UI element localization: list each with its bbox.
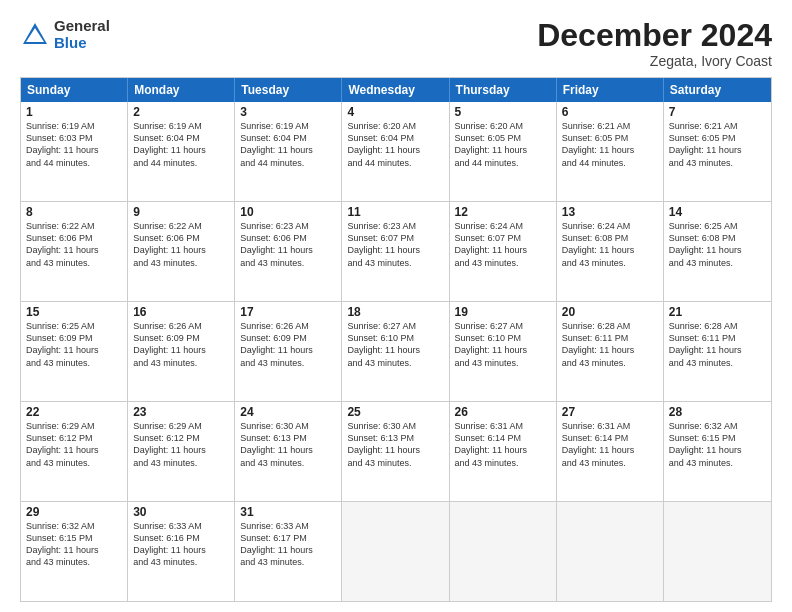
calendar-header-saturday: Saturday (664, 78, 771, 102)
calendar-cell-r2c6: 21Sunrise: 6:28 AM Sunset: 6:11 PM Dayli… (664, 302, 771, 401)
calendar-header-sunday: Sunday (21, 78, 128, 102)
day-number: 21 (669, 305, 766, 319)
day-info: Sunrise: 6:26 AM Sunset: 6:09 PM Dayligh… (133, 320, 229, 369)
calendar-cell-r4c0: 29Sunrise: 6:32 AM Sunset: 6:15 PM Dayli… (21, 502, 128, 601)
calendar-row-3: 22Sunrise: 6:29 AM Sunset: 6:12 PM Dayli… (21, 401, 771, 501)
day-info: Sunrise: 6:26 AM Sunset: 6:09 PM Dayligh… (240, 320, 336, 369)
calendar-cell-r3c5: 27Sunrise: 6:31 AM Sunset: 6:14 PM Dayli… (557, 402, 664, 501)
day-info: Sunrise: 6:31 AM Sunset: 6:14 PM Dayligh… (562, 420, 658, 469)
day-info: Sunrise: 6:20 AM Sunset: 6:05 PM Dayligh… (455, 120, 551, 169)
calendar-cell-r1c4: 12Sunrise: 6:24 AM Sunset: 6:07 PM Dayli… (450, 202, 557, 301)
day-info: Sunrise: 6:30 AM Sunset: 6:13 PM Dayligh… (240, 420, 336, 469)
day-info: Sunrise: 6:30 AM Sunset: 6:13 PM Dayligh… (347, 420, 443, 469)
day-info: Sunrise: 6:23 AM Sunset: 6:06 PM Dayligh… (240, 220, 336, 269)
calendar-cell-r2c1: 16Sunrise: 6:26 AM Sunset: 6:09 PM Dayli… (128, 302, 235, 401)
day-number: 12 (455, 205, 551, 219)
day-info: Sunrise: 6:29 AM Sunset: 6:12 PM Dayligh… (26, 420, 122, 469)
day-number: 9 (133, 205, 229, 219)
location-subtitle: Zegata, Ivory Coast (537, 53, 772, 69)
logo-general-text: General (54, 17, 110, 34)
day-number: 3 (240, 105, 336, 119)
day-number: 8 (26, 205, 122, 219)
day-info: Sunrise: 6:32 AM Sunset: 6:15 PM Dayligh… (26, 520, 122, 569)
day-info: Sunrise: 6:32 AM Sunset: 6:15 PM Dayligh… (669, 420, 766, 469)
logo-icon (20, 20, 50, 50)
day-number: 15 (26, 305, 122, 319)
calendar-cell-r3c0: 22Sunrise: 6:29 AM Sunset: 6:12 PM Dayli… (21, 402, 128, 501)
day-number: 14 (669, 205, 766, 219)
day-number: 13 (562, 205, 658, 219)
calendar-cell-r2c3: 18Sunrise: 6:27 AM Sunset: 6:10 PM Dayli… (342, 302, 449, 401)
calendar-cell-r3c6: 28Sunrise: 6:32 AM Sunset: 6:15 PM Dayli… (664, 402, 771, 501)
day-info: Sunrise: 6:24 AM Sunset: 6:07 PM Dayligh… (455, 220, 551, 269)
day-info: Sunrise: 6:25 AM Sunset: 6:09 PM Dayligh… (26, 320, 122, 369)
title-block: December 2024 Zegata, Ivory Coast (537, 18, 772, 69)
day-number: 23 (133, 405, 229, 419)
calendar-cell-r1c3: 11Sunrise: 6:23 AM Sunset: 6:07 PM Dayli… (342, 202, 449, 301)
day-info: Sunrise: 6:24 AM Sunset: 6:08 PM Dayligh… (562, 220, 658, 269)
calendar-cell-r4c1: 30Sunrise: 6:33 AM Sunset: 6:16 PM Dayli… (128, 502, 235, 601)
calendar-cell-r4c4 (450, 502, 557, 601)
day-number: 10 (240, 205, 336, 219)
day-info: Sunrise: 6:25 AM Sunset: 6:08 PM Dayligh… (669, 220, 766, 269)
day-number: 29 (26, 505, 122, 519)
day-number: 19 (455, 305, 551, 319)
logo-blue-text: Blue (54, 34, 87, 51)
calendar-cell-r1c2: 10Sunrise: 6:23 AM Sunset: 6:06 PM Dayli… (235, 202, 342, 301)
calendar-cell-r4c3 (342, 502, 449, 601)
calendar: SundayMondayTuesdayWednesdayThursdayFrid… (20, 77, 772, 602)
calendar-header-row: SundayMondayTuesdayWednesdayThursdayFrid… (21, 78, 771, 102)
day-number: 27 (562, 405, 658, 419)
calendar-cell-r0c2: 3Sunrise: 6:19 AM Sunset: 6:04 PM Daylig… (235, 102, 342, 201)
day-info: Sunrise: 6:33 AM Sunset: 6:17 PM Dayligh… (240, 520, 336, 569)
day-info: Sunrise: 6:31 AM Sunset: 6:14 PM Dayligh… (455, 420, 551, 469)
calendar-cell-r1c6: 14Sunrise: 6:25 AM Sunset: 6:08 PM Dayli… (664, 202, 771, 301)
calendar-cell-r3c2: 24Sunrise: 6:30 AM Sunset: 6:13 PM Dayli… (235, 402, 342, 501)
day-number: 25 (347, 405, 443, 419)
calendar-row-2: 15Sunrise: 6:25 AM Sunset: 6:09 PM Dayli… (21, 301, 771, 401)
calendar-header-wednesday: Wednesday (342, 78, 449, 102)
day-info: Sunrise: 6:33 AM Sunset: 6:16 PM Dayligh… (133, 520, 229, 569)
day-number: 6 (562, 105, 658, 119)
day-info: Sunrise: 6:22 AM Sunset: 6:06 PM Dayligh… (26, 220, 122, 269)
day-number: 24 (240, 405, 336, 419)
calendar-cell-r0c5: 6Sunrise: 6:21 AM Sunset: 6:05 PM Daylig… (557, 102, 664, 201)
day-number: 5 (455, 105, 551, 119)
day-info: Sunrise: 6:27 AM Sunset: 6:10 PM Dayligh… (347, 320, 443, 369)
day-number: 18 (347, 305, 443, 319)
calendar-row-1: 8Sunrise: 6:22 AM Sunset: 6:06 PM Daylig… (21, 201, 771, 301)
calendar-cell-r0c0: 1Sunrise: 6:19 AM Sunset: 6:03 PM Daylig… (21, 102, 128, 201)
day-info: Sunrise: 6:21 AM Sunset: 6:05 PM Dayligh… (562, 120, 658, 169)
day-number: 1 (26, 105, 122, 119)
calendar-cell-r1c1: 9Sunrise: 6:22 AM Sunset: 6:06 PM Daylig… (128, 202, 235, 301)
calendar-header-tuesday: Tuesday (235, 78, 342, 102)
header: General Blue December 2024 Zegata, Ivory… (20, 18, 772, 69)
day-number: 2 (133, 105, 229, 119)
day-number: 4 (347, 105, 443, 119)
day-info: Sunrise: 6:19 AM Sunset: 6:04 PM Dayligh… (240, 120, 336, 169)
day-number: 30 (133, 505, 229, 519)
logo: General Blue (20, 18, 110, 51)
calendar-cell-r0c6: 7Sunrise: 6:21 AM Sunset: 6:05 PM Daylig… (664, 102, 771, 201)
calendar-cell-r0c3: 4Sunrise: 6:20 AM Sunset: 6:04 PM Daylig… (342, 102, 449, 201)
day-info: Sunrise: 6:21 AM Sunset: 6:05 PM Dayligh… (669, 120, 766, 169)
calendar-cell-r3c1: 23Sunrise: 6:29 AM Sunset: 6:12 PM Dayli… (128, 402, 235, 501)
calendar-cell-r4c6 (664, 502, 771, 601)
calendar-cell-r0c4: 5Sunrise: 6:20 AM Sunset: 6:05 PM Daylig… (450, 102, 557, 201)
calendar-header-friday: Friday (557, 78, 664, 102)
calendar-body: 1Sunrise: 6:19 AM Sunset: 6:03 PM Daylig… (21, 102, 771, 601)
day-info: Sunrise: 6:28 AM Sunset: 6:11 PM Dayligh… (562, 320, 658, 369)
day-number: 17 (240, 305, 336, 319)
calendar-cell-r2c5: 20Sunrise: 6:28 AM Sunset: 6:11 PM Dayli… (557, 302, 664, 401)
month-title: December 2024 (537, 18, 772, 53)
calendar-cell-r2c0: 15Sunrise: 6:25 AM Sunset: 6:09 PM Dayli… (21, 302, 128, 401)
calendar-cell-r3c4: 26Sunrise: 6:31 AM Sunset: 6:14 PM Dayli… (450, 402, 557, 501)
day-number: 16 (133, 305, 229, 319)
calendar-header-monday: Monday (128, 78, 235, 102)
calendar-row-0: 1Sunrise: 6:19 AM Sunset: 6:03 PM Daylig… (21, 102, 771, 201)
day-number: 22 (26, 405, 122, 419)
logo-text: General Blue (54, 18, 110, 51)
day-number: 7 (669, 105, 766, 119)
calendar-cell-r2c4: 19Sunrise: 6:27 AM Sunset: 6:10 PM Dayli… (450, 302, 557, 401)
calendar-cell-r1c0: 8Sunrise: 6:22 AM Sunset: 6:06 PM Daylig… (21, 202, 128, 301)
